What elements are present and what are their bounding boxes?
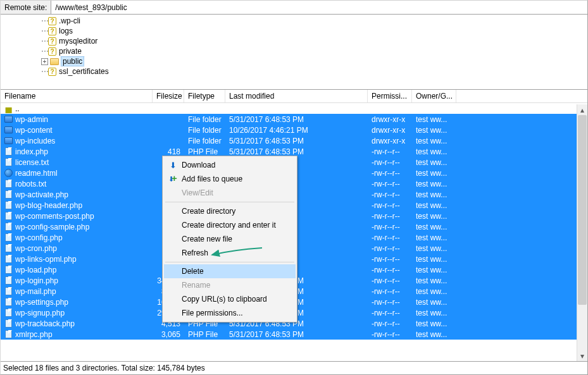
file-name: wp-activate.php [15,190,68,199]
ctx-view-edit: View/Edit [164,186,296,200]
vertical-scrollbar[interactable]: ▴ ▾ [577,104,587,361]
ctx-delete[interactable]: Delete [164,264,296,278]
col-filetype[interactable]: Filetype [184,90,225,102]
file-icon [5,190,12,199]
file-name: wp-signup.php [15,309,65,317]
file-row[interactable]: wp-includesFile folder5/31/2017 6:48:53 … [1,135,587,146]
file-name: wp-config.php [15,233,63,242]
ctx-file-permissions[interactable]: File permissions... [164,306,296,320]
ctx-separator [165,202,294,202]
file-name: wp-settings.php [15,298,68,307]
tree-item[interactable]: ⋯?.wp-cli [3,16,585,26]
file-icon [5,309,12,317]
ctx-rename: Rename [164,278,296,292]
file-owner: test ww... [412,298,456,307]
file-icon [5,319,12,328]
file-name: wp-cron.php [15,244,57,253]
file-permissions: drwxr-xr-x [368,115,412,124]
ctx-copy-url[interactable]: Copy URL(s) to clipboard [164,292,296,306]
file-permissions: -rw-r--r-- [368,255,412,264]
ctx-new-file-label: Create new file [182,235,232,243]
scroll-up-button[interactable]: ▴ [577,104,587,115]
file-row[interactable]: xmlrpc.php3,065PHP File5/31/2017 6:48:53… [1,329,587,340]
tree-item[interactable]: ⋯?ssl_certificates [3,66,585,77]
file-icon [5,298,12,306]
file-icon [5,223,12,231]
file-owner: test ww... [412,266,456,274]
file-name: wp-load.php [15,266,56,274]
unknown-icon: ? [47,37,57,46]
file-permissions: -rw-r--r-- [368,276,412,285]
file-owner: test ww... [412,309,456,317]
file-owner: test ww... [412,233,456,242]
ctx-file-permissions-label: File permissions... [182,309,243,317]
file-permissions: -rw-r--r-- [368,233,412,242]
ctx-create-dir-enter[interactable]: Create directory and enter it [164,218,296,232]
file-owner: test ww... [412,276,456,285]
ctx-create-dir-label: Create directory [182,207,235,216]
file-owner: test ww... [412,223,456,231]
file-owner: test ww... [412,330,456,339]
tree-item[interactable]: ⋯?mysqleditor [3,36,585,46]
file-modified: 5/31/2017 6:48:53 PM [225,115,368,124]
file-permissions: -rw-r--r-- [368,147,412,156]
tree-item-label: public [61,56,84,66]
tree-connector-icon: ⋯ [41,16,47,25]
file-owner: test ww... [412,212,456,221]
remote-tree[interactable]: ⋯?.wp-cli⋯?logs⋯?mysqleditor⋯?private+pu… [1,15,587,89]
ctx-new-file[interactable]: Create new file [164,232,296,246]
file-name: wp-trackback.php [15,319,75,328]
file-icon [5,233,12,242]
file-icon [5,158,12,166]
scroll-thumb[interactable] [578,115,587,305]
file-type: File folder [184,115,225,124]
file-name: wp-blog-header.php [15,201,82,210]
file-permissions: -rw-r--r-- [368,266,412,274]
file-name: readme.html [15,169,58,178]
tree-connector-icon: ⋯ [41,67,47,76]
file-permissions: drwxr-xr-x [368,126,412,135]
parent-dir-row[interactable]: ▅.. [1,103,587,114]
tree-item[interactable]: ⋯?logs [3,26,585,36]
file-permissions: -rw-r--r-- [368,223,412,231]
file-modified: 5/31/2017 6:48:53 PM [225,330,368,339]
tree-item[interactable]: ⋯?private [3,46,585,56]
folder-icon [49,58,59,65]
tree-item[interactable]: +public [3,56,585,66]
file-owner: test ww... [412,137,456,145]
ctx-add-queue[interactable]: ⬇+ Add files to queue [164,172,296,186]
file-icon [5,255,12,263]
file-modified: 5/31/2017 6:48:53 PM [225,137,368,145]
file-permissions: -rw-r--r-- [368,158,412,167]
remote-site-path-input[interactable] [51,1,587,14]
parent-dir-icon: ▅ [4,104,13,113]
file-owner: test ww... [412,201,456,210]
folder-icon [4,126,13,133]
col-filename[interactable]: Filename [1,90,153,102]
ctx-create-dir[interactable]: Create directory [164,204,296,218]
file-icon [5,212,12,220]
col-filesize[interactable]: Filesize [153,90,184,102]
ctx-create-dir-enter-label: Create directory and enter it [182,221,276,230]
file-row[interactable]: wp-contentFile folder10/26/2017 4:46:21 … [1,125,587,135]
tree-connector-icon: ⋯ [41,27,47,35]
file-permissions: -rw-r--r-- [368,190,412,199]
file-owner: test ww... [412,190,456,199]
ctx-refresh[interactable]: Refresh [164,246,296,260]
parent-dir-label: .. [15,104,20,113]
file-permissions: -rw-r--r-- [368,287,412,296]
scroll-down-button[interactable]: ▾ [577,350,587,361]
file-row[interactable]: wp-adminFile folder5/31/2017 6:48:53 PMd… [1,114,587,125]
tree-expander-icon[interactable]: + [41,58,48,65]
file-list-header[interactable]: Filename Filesize Filetype Last modified… [1,89,587,103]
file-name: wp-links-opml.php [15,255,77,264]
file-permissions: -rw-r--r-- [368,212,412,221]
remote-site-label: Remote site: [1,1,51,14]
file-name: license.txt [15,158,49,167]
file-name: wp-mail.php [15,287,56,296]
col-owner[interactable]: Owner/G... [412,90,456,102]
globe-icon [4,169,13,177]
ctx-download[interactable]: ⬇ Download [164,158,296,172]
col-permissions[interactable]: Permissi... [368,90,412,102]
col-lastmod[interactable]: Last modified [225,90,368,102]
